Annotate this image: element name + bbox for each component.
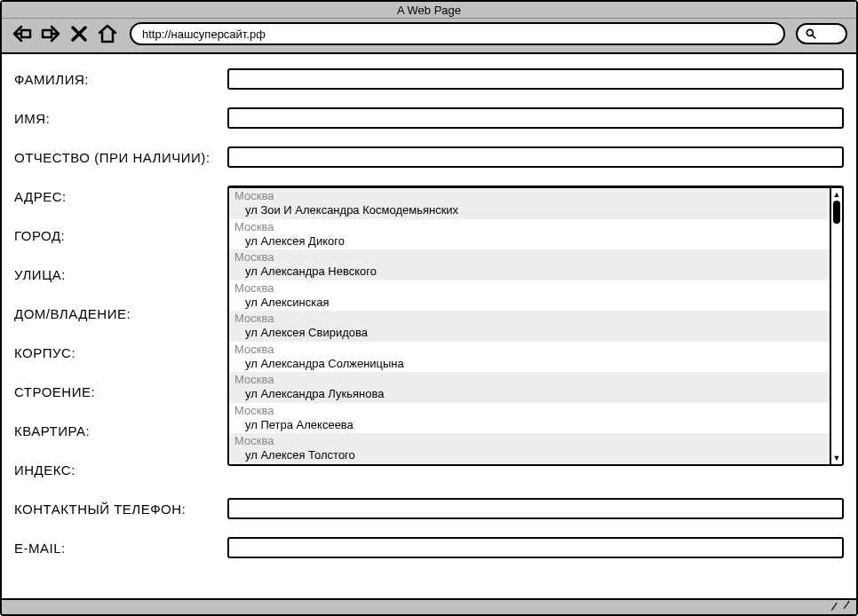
suggestion-item[interactable]: Москваул Александра Невского xyxy=(229,249,830,280)
forward-icon[interactable] xyxy=(39,22,62,45)
suggestion-item[interactable]: Москваул Алексея Толстого xyxy=(229,433,830,464)
scroll-thumb[interactable] xyxy=(833,201,840,224)
suggestion-city: Москва xyxy=(234,281,824,296)
city-label: ГОРОД: xyxy=(14,228,227,243)
svg-line-3 xyxy=(813,36,816,39)
address-suggestions-dropdown: Москваул Зои И Александра Космодемьянски… xyxy=(227,186,844,466)
suggestion-street: ул Александра Невского xyxy=(234,265,824,279)
lastname-input[interactable] xyxy=(227,68,844,90)
suggestion-city: Москва xyxy=(234,189,824,203)
firstname-label: ИМЯ: xyxy=(14,111,227,126)
suggestion-item[interactable]: Москваул Александра Солженицына xyxy=(229,342,830,373)
email-input[interactable] xyxy=(227,537,844,558)
window-title: A Web Page xyxy=(2,2,856,19)
suggestion-street: ул Алексинская xyxy=(234,296,824,310)
home-icon[interactable] xyxy=(96,22,119,45)
stop-icon[interactable] xyxy=(68,22,91,45)
suggestions-list: Москваул Зои И Александра Космодемьянски… xyxy=(229,188,830,464)
suggestion-street: ул Зои И Александра Космодемьянских xyxy=(234,203,824,217)
address-label: АДРЕС: xyxy=(14,189,227,204)
page-content: ФАМИЛИЯ: ИМЯ: ОТЧЕСТВО (ПРИ НАЛИЧИИ): АД… xyxy=(2,54,856,598)
suggestion-street: ул Алексея Свиридова xyxy=(234,326,824,340)
street-label: УЛИЦА: xyxy=(14,267,227,282)
apartment-label: КВАРТИРА: xyxy=(14,423,227,438)
suggestion-item[interactable]: Москваул Петра Алексеева xyxy=(229,403,830,434)
suggestions-scrollbar[interactable]: ▲ ▼ xyxy=(830,188,842,464)
resize-grip-icon[interactable]: ⟋⟋ xyxy=(827,596,854,615)
firstname-input[interactable] xyxy=(227,107,844,129)
back-icon[interactable] xyxy=(11,22,34,45)
email-label: E-MAIL: xyxy=(14,541,227,556)
suggestion-item[interactable]: Москваул Алексея Дикого xyxy=(229,219,830,250)
suggestion-street: ул Петра Алексеева xyxy=(234,418,824,432)
suggestion-item[interactable]: Москваул Алексинская xyxy=(229,280,830,312)
suggestion-city: Москва xyxy=(234,343,824,357)
suggestion-city: Москва xyxy=(234,220,824,234)
phone-input[interactable] xyxy=(227,498,844,519)
scroll-up-icon[interactable]: ▲ xyxy=(831,188,842,201)
suggestion-item[interactable]: Москваул Алексея Свиридова xyxy=(229,311,830,342)
patronymic-label: ОТЧЕСТВО (ПРИ НАЛИЧИИ): xyxy=(14,150,227,165)
building-label: СТРОЕНИЕ: xyxy=(14,384,227,399)
browser-toolbar: http://нашсуперсайт.рф xyxy=(2,19,856,54)
patronymic-input[interactable] xyxy=(227,146,844,168)
suggestion-street: ул Александра Солженицына xyxy=(234,357,824,371)
svg-point-2 xyxy=(806,29,813,36)
korpus-label: КОРПУС: xyxy=(14,345,227,360)
url-input[interactable]: http://нашсуперсайт.рф xyxy=(130,22,785,45)
suggestion-street: ул Александра Лукьянова xyxy=(234,387,824,401)
suggestion-street: ул Алексея Толстого xyxy=(234,448,824,462)
phone-label: КОНТАКТНЫЙ ТЕЛЕФОН: xyxy=(14,501,227,517)
suggestion-city: Москва xyxy=(234,434,824,448)
house-label: ДОМ/ВЛАДЕНИЕ: xyxy=(14,306,227,321)
suggestion-city: Москва xyxy=(234,312,824,326)
index-label: ИНДЕКС: xyxy=(14,462,227,478)
lastname-label: ФАМИЛИЯ: xyxy=(14,72,227,87)
browser-window: A Web Page http://нашсуперсайт.рф xyxy=(0,0,858,616)
search-button[interactable] xyxy=(796,23,847,44)
suggestion-city: Москва xyxy=(234,250,824,265)
suggestion-item[interactable]: Москваул Александра Лукьянова xyxy=(229,372,830,403)
status-bar: ⟋⟋ xyxy=(2,598,856,614)
suggestion-city: Москва xyxy=(234,373,824,387)
suggestion-street: ул Алексея Дикого xyxy=(234,234,824,249)
suggestion-city: Москва xyxy=(234,404,824,418)
scroll-down-icon[interactable]: ▼ xyxy=(831,452,842,464)
suggestion-item[interactable]: Москваул Зои И Александра Космодемьянски… xyxy=(229,188,830,219)
